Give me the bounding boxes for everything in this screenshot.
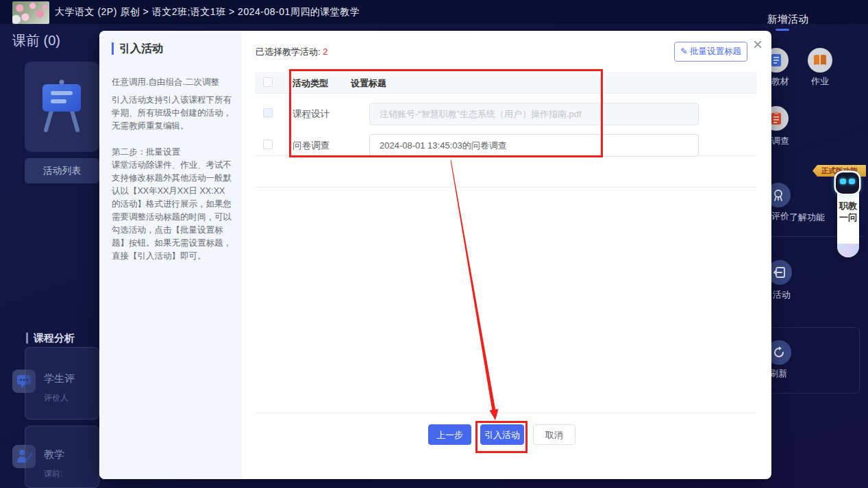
precourse-section-heading: 课前 (0) [12,31,60,50]
refresh-label: 刷新 [769,368,787,380]
footer-divider [255,413,757,413]
close-icon[interactable]: × [749,36,767,54]
import-activity-label: 活动 [773,289,791,301]
assistant-wave-decor [837,244,859,257]
row-title-input[interactable] [369,134,699,157]
dialog-desc-2: 引入活动支持引入该课程下所有学期、所有班级中创建的活动，无需教师重复编辑。 [112,94,232,133]
select-all-checkbox[interactable] [263,77,273,87]
dialog-title: 引入活动 [112,42,163,55]
breadcrumb: 大学语文 (2P) 原创 > 语文2班;语文1班 > 2024-08-01周四的… [55,6,360,18]
row-type-label: 课程设计 [293,108,330,120]
selected-count-value: 2 [323,47,327,57]
learn-more-link[interactable]: 了解功能 [789,211,825,224]
student-evaluation-card[interactable] [25,347,99,420]
activity-list-button[interactable]: 活动列表 [25,158,99,183]
classroom-activity-card[interactable] [25,62,99,152]
survey-label: 调查 [771,135,789,147]
homework-label: 作业 [811,75,829,88]
previous-step-button[interactable]: 上一步 [428,424,471,445]
row-divider [255,187,757,188]
import-activity-dialog: 引入活动 任意调用.自由组合.二次调整 引入活动支持引入该课程下所有学期、所有班… [99,31,771,479]
row-title-input[interactable] [369,103,699,125]
import-activity-button[interactable]: 引入活动 [480,424,524,445]
row-type-label: 问卷调查 [293,140,330,152]
dialog-desc-3: 课堂活动除课件、作业、考试不支持修改标题外其他活动一般默认以【XX年XX月XX日… [112,159,232,263]
column-header-type: 活动类型 [293,77,328,90]
new-activity-underline [776,29,789,31]
column-header-title: 设置标题 [351,77,386,90]
course-cover-image [12,1,49,24]
evaluation-label: 评价 [771,210,789,222]
robot-face-icon [836,172,859,194]
row-checkbox[interactable] [263,140,273,149]
assistant-label: 职教一问 [837,200,859,223]
dialog-desc-1: 任意调用.自由组合.二次调整 [112,76,232,89]
course-analysis-heading: 课程分析 [26,333,75,344]
textbook-label: 教材 [771,75,789,88]
easel-board-icon [38,79,86,134]
selected-count-text: 已选择教学活动: 2 [256,46,327,58]
dialog-left-panel: 引入活动 任意调用.自由组合.二次调整 引入活动支持引入该课程下所有学期、所有班… [99,31,242,479]
teaching-analysis-card[interactable] [25,426,99,488]
dialog-desc-3-head: 第二步：批量设置 [112,146,232,159]
homework-icon[interactable] [808,48,832,73]
cancel-button[interactable]: 取消 [533,424,575,445]
table-header-row: 活动类型 设置标题 [255,72,757,94]
new-activity-heading: 新增活动 [767,13,808,26]
batch-set-title-button[interactable]: ✎ 批量设置标题 [674,42,747,62]
app-root: 大学语文 (2P) 原创 > 语文2班;语文1班 > 2024-08-01周四的… [0,0,868,488]
assistant-widget[interactable]: 职教一问 [834,172,862,259]
row-checkbox[interactable] [263,108,273,118]
